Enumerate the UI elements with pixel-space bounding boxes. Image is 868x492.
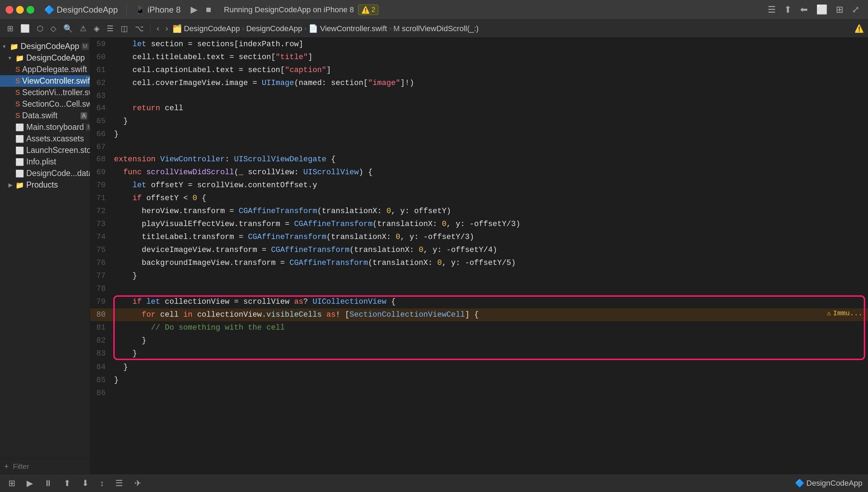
file-viewcontroller[interactable]: S ViewController.swift M bbox=[0, 75, 90, 87]
code-line-69: 69 func scrollViewDidScroll(_ scrollView… bbox=[90, 166, 868, 179]
line-number: 60 bbox=[90, 51, 111, 63]
line-number: 82 bbox=[90, 334, 111, 346]
line-content[interactable]: } bbox=[111, 374, 868, 387]
nav-forward-button[interactable]: › bbox=[163, 23, 171, 35]
file-infoplist[interactable]: ⬜ Info.plist bbox=[0, 156, 90, 168]
line-content[interactable]: deviceImageView.transform = CGAffineTran… bbox=[111, 244, 868, 256]
environment-button[interactable]: ☰ bbox=[104, 23, 116, 35]
line-number: 84 bbox=[90, 361, 111, 373]
inspector-toggle[interactable]: ⬡ bbox=[34, 23, 46, 35]
close-window-button[interactable] bbox=[6, 6, 13, 14]
toolbar-expand-icon[interactable]: ⤢ bbox=[849, 3, 862, 16]
bottom-run-button[interactable]: ▶ bbox=[24, 477, 36, 490]
toolbar-share-icon[interactable]: ⬆ bbox=[781, 3, 795, 16]
add-button[interactable]: ◫ bbox=[118, 23, 131, 35]
file-datamodel[interactable]: ⬜ DesignCode...datamodel bbox=[0, 168, 90, 179]
file-assets[interactable]: ⬜ Assets.xcassets bbox=[0, 133, 90, 145]
swift-icon: S bbox=[15, 65, 20, 73]
toolbar-view-icon[interactable]: ⬜ bbox=[813, 3, 830, 16]
stop-button[interactable]: ■ bbox=[203, 3, 214, 16]
bottom-step-out-button[interactable]: ↕ bbox=[97, 477, 107, 490]
bottom-location-button[interactable]: ✈ bbox=[131, 477, 144, 490]
file-appdelegate[interactable]: S AppDelegate.swift bbox=[0, 64, 90, 75]
line-content[interactable]: } bbox=[111, 347, 868, 360]
bottom-pause-button[interactable]: ⏸ bbox=[41, 477, 55, 490]
sidebar-filter-area: + ⊙ ⊞ bbox=[0, 459, 90, 474]
line-number: 78 bbox=[90, 282, 111, 295]
nav-back-button[interactable]: ‹ bbox=[154, 23, 162, 35]
device-label: iPhone 8 bbox=[148, 5, 181, 15]
bottom-view-button[interactable]: ⊞ bbox=[6, 477, 18, 490]
line-content[interactable]: } bbox=[111, 361, 868, 374]
run-button[interactable]: ▶ bbox=[188, 3, 200, 16]
line-content[interactable]: } bbox=[111, 115, 868, 128]
search-button[interactable]: 🔍 bbox=[61, 23, 76, 35]
line-content[interactable]: return cell bbox=[111, 102, 868, 115]
file-mainstoryboard[interactable]: ⬜ Main.storyboard M bbox=[0, 121, 90, 133]
minimize-window-button[interactable] bbox=[16, 6, 24, 14]
line-content bbox=[111, 282, 868, 284]
group-products[interactable]: ▶ 📁 Products bbox=[0, 179, 90, 191]
line-content[interactable]: let offsetY = scrollView.contentOffset.y bbox=[111, 179, 868, 192]
maximize-window-button[interactable] bbox=[27, 6, 34, 14]
line-content[interactable]: cell.coverImageView.image = UIImage(name… bbox=[111, 77, 868, 90]
line-number: 74 bbox=[90, 231, 111, 243]
line-content[interactable]: // Do something with the cell bbox=[111, 321, 868, 334]
bottom-step-in-button[interactable]: ⬇ bbox=[79, 477, 92, 490]
navigator-toggle[interactable]: ⊞ bbox=[4, 23, 16, 35]
breadcrumb-symbol[interactable]: scrollViewDidScroll(_:) bbox=[402, 24, 479, 33]
device-selector[interactable]: 📱 iPhone 8 bbox=[132, 3, 184, 16]
add-file-button[interactable]: + bbox=[3, 461, 10, 472]
line-content[interactable]: backgroundImageView.transform = CGAffine… bbox=[111, 256, 868, 269]
line-number: 72 bbox=[90, 205, 111, 217]
breakpoints-toggle[interactable]: ◇ bbox=[48, 23, 59, 35]
line-content[interactable]: playVisualEffectView.transform = CGAffin… bbox=[111, 218, 868, 231]
toolbar-list-icon[interactable]: ☰ bbox=[765, 3, 778, 16]
line-number: 63 bbox=[90, 90, 111, 102]
line-content[interactable]: extension ViewController: UIScrollViewDe… bbox=[111, 153, 868, 166]
line-content[interactable]: } bbox=[111, 334, 868, 347]
warning-indicator: ⚠️ Immu... bbox=[827, 308, 868, 319]
line-content[interactable]: cell.captionLabel.text = section["captio… bbox=[111, 64, 868, 77]
toolbar-split-icon[interactable]: ⊞ bbox=[833, 3, 846, 16]
file-launchscreen[interactable]: ⬜ LaunchScreen.storyboard bbox=[0, 145, 90, 156]
toolbar-back-arrow[interactable]: ⬅ bbox=[797, 3, 811, 16]
line-content[interactable]: let section = sections[indexPath.row] bbox=[111, 38, 868, 51]
line-content[interactable]: } bbox=[111, 128, 868, 141]
group-designcodeapp[interactable]: ▾ 📁 DesignCodeApp bbox=[0, 52, 90, 64]
code-line-59: 59 let section = sections[indexPath.row] bbox=[90, 38, 868, 51]
bottom-breakpoint-button[interactable]: ☰ bbox=[113, 477, 126, 490]
code-line-81: 81 // Do something with the cell bbox=[90, 321, 868, 334]
file-name: Assets.xcassets bbox=[26, 134, 84, 143]
line-content[interactable]: cell.titleLabel.text = section["title"] bbox=[111, 51, 868, 64]
file-data[interactable]: S Data.swift A bbox=[0, 110, 90, 121]
file-name: Data.swift bbox=[22, 111, 57, 120]
file-sectionvitroller[interactable]: S SectionVi...troller.swift A bbox=[0, 87, 90, 98]
breadcrumb-app[interactable]: DesignCodeApp bbox=[184, 24, 240, 33]
warning-badge[interactable]: ⚠️ 2 bbox=[358, 5, 378, 15]
line-content[interactable]: if offsetY < 0 { bbox=[111, 192, 868, 205]
breadcrumb-file[interactable]: ViewController.swift bbox=[320, 24, 387, 33]
line-content[interactable]: func scrollViewDidScroll(_ scrollView: U… bbox=[111, 166, 868, 179]
file-name: LaunchScreen.storyboard bbox=[26, 146, 90, 155]
line-number: 62 bbox=[90, 77, 111, 89]
git-button[interactable]: ⌥ bbox=[132, 23, 147, 35]
bc-sep-3: › bbox=[389, 25, 391, 32]
line-content[interactable]: heroView.transform = CGAffineTransform(t… bbox=[111, 205, 868, 218]
app-label: DesignCodeApp bbox=[806, 479, 862, 488]
file-sectioncocell[interactable]: S SectionCo...Cell.swift A bbox=[0, 98, 90, 110]
project-icon: 📁 bbox=[10, 42, 19, 51]
breadcrumb-folder[interactable]: DesignCodeApp bbox=[246, 24, 302, 33]
library-toggle[interactable]: ⬜ bbox=[17, 23, 33, 35]
warnings-button[interactable]: ⚠ bbox=[77, 23, 90, 35]
app-name-button[interactable]: 🔷 DesignCodeApp bbox=[41, 3, 121, 16]
line-content[interactable]: titleLabel.transform = CGAffineTransform… bbox=[111, 231, 868, 244]
line-number: 65 bbox=[90, 115, 111, 127]
line-content[interactable]: if let collectionView = scrollView as? U… bbox=[111, 295, 868, 308]
line-content[interactable]: for cell in collectionView.visibleCells … bbox=[111, 308, 827, 321]
expand-arrow: ▾ bbox=[3, 43, 8, 50]
project-root[interactable]: ▾ 📁 DesignCodeApp M bbox=[0, 41, 90, 52]
bookmark-button[interactable]: ◈ bbox=[91, 23, 102, 35]
bottom-step-over-button[interactable]: ⬆ bbox=[61, 477, 73, 490]
line-content[interactable]: } bbox=[111, 269, 868, 282]
